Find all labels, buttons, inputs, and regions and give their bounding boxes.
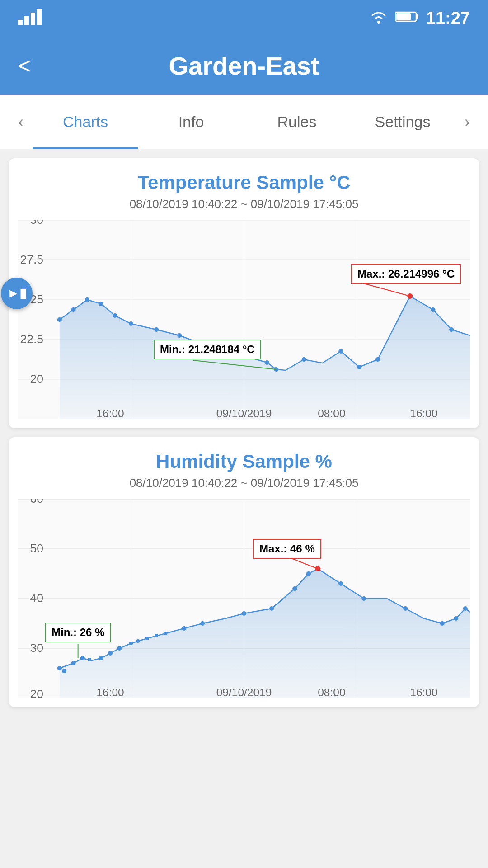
svg-point-61 xyxy=(88,658,91,661)
svg-text:27.5: 27.5 xyxy=(20,253,44,266)
tab-settings[interactable]: Settings xyxy=(350,95,455,149)
svg-text:09/10/2019: 09/10/2019 xyxy=(216,686,272,698)
svg-rect-6 xyxy=(416,14,418,19)
back-button[interactable]: < xyxy=(18,53,31,78)
temperature-chart-title: Temperature Sample °C xyxy=(18,172,470,193)
time-display: 11:27 xyxy=(426,9,470,28)
svg-point-57 xyxy=(57,666,62,670)
svg-text:60: 60 xyxy=(30,499,43,505)
tabs-container: Charts Info Rules Settings xyxy=(33,95,455,149)
svg-text:08:00: 08:00 xyxy=(318,686,345,698)
humidity-date-range: 08/10/2019 10:40:22 ~ 09/10/2019 17:45:0… xyxy=(18,476,470,490)
svg-text:20: 20 xyxy=(30,687,43,698)
temperature-chart-area: 30 27.5 25 22.5 20 16:00 09/10/2019 08:0… xyxy=(18,220,470,419)
svg-point-23 xyxy=(129,321,133,326)
svg-text:16:00: 16:00 xyxy=(96,686,124,698)
temperature-chart-card: ►▮ Temperature Sample °C 08/10/2019 10:4… xyxy=(9,158,479,428)
svg-text:20: 20 xyxy=(30,372,43,386)
svg-point-70 xyxy=(182,626,186,631)
signal-icon xyxy=(18,7,45,29)
fast-forward-button[interactable]: ►▮ xyxy=(1,278,33,309)
svg-text:16:00: 16:00 xyxy=(410,407,437,419)
svg-point-35 xyxy=(431,307,435,312)
svg-point-68 xyxy=(155,634,158,637)
svg-point-71 xyxy=(200,621,205,626)
svg-point-67 xyxy=(145,637,149,640)
svg-text:30: 30 xyxy=(30,641,43,655)
svg-point-65 xyxy=(129,642,133,645)
svg-text:16:00: 16:00 xyxy=(96,407,124,419)
svg-point-62 xyxy=(99,656,103,660)
svg-text:09/10/2019: 09/10/2019 xyxy=(216,407,272,419)
temperature-date-range: 08/10/2019 10:40:22 ~ 09/10/2019 17:45:0… xyxy=(18,197,470,211)
svg-point-60 xyxy=(80,656,85,660)
svg-text:22.5: 22.5 xyxy=(20,332,44,346)
temperature-max-label: Max.: 26.214996 °C xyxy=(351,264,461,284)
tab-bar: ‹ Charts Info Rules Settings › xyxy=(0,95,488,149)
svg-point-77 xyxy=(338,581,343,586)
humidity-chart-card: Humidity Sample % 08/10/2019 10:40:22 ~ … xyxy=(9,437,479,707)
svg-rect-3 xyxy=(37,9,42,25)
svg-point-20 xyxy=(85,297,89,302)
wifi-icon xyxy=(369,9,388,27)
svg-point-58 xyxy=(62,669,66,673)
svg-rect-7 xyxy=(396,13,411,20)
temperature-min-label: Min.: 21.248184 °C xyxy=(154,340,261,359)
tab-charts[interactable]: Charts xyxy=(33,95,138,149)
svg-point-32 xyxy=(357,365,361,369)
svg-point-59 xyxy=(71,661,75,665)
svg-rect-1 xyxy=(24,16,29,25)
svg-text:08:00: 08:00 xyxy=(318,407,345,419)
svg-text:40: 40 xyxy=(30,591,43,605)
tab-right-arrow[interactable]: › xyxy=(455,113,479,132)
svg-point-19 xyxy=(71,307,75,312)
svg-point-81 xyxy=(454,616,458,621)
humidity-chart-area: 60 50 40 30 20 16:00 09/10/2019 08:00 16… xyxy=(18,499,470,698)
svg-point-78 xyxy=(361,596,366,601)
svg-point-25 xyxy=(177,333,182,338)
tab-rules[interactable]: Rules xyxy=(244,95,350,149)
svg-point-66 xyxy=(136,639,140,643)
status-bar: 11:27 xyxy=(0,0,488,36)
svg-point-18 xyxy=(57,317,62,322)
svg-point-79 xyxy=(403,606,408,611)
svg-point-69 xyxy=(164,632,167,635)
svg-rect-2 xyxy=(31,13,35,25)
svg-point-73 xyxy=(269,606,274,611)
tab-info[interactable]: Info xyxy=(138,95,244,149)
page-title: Garden-East xyxy=(169,51,319,80)
content-area: ►▮ Temperature Sample °C 08/10/2019 10:4… xyxy=(0,149,488,716)
svg-point-30 xyxy=(302,357,306,362)
humidity-min-label: Min.: 26 % xyxy=(45,623,111,642)
svg-point-28 xyxy=(265,360,269,365)
humidity-max-label: Max.: 46 % xyxy=(253,539,321,559)
svg-point-82 xyxy=(463,606,468,611)
svg-text:30: 30 xyxy=(30,220,43,226)
svg-point-36 xyxy=(449,327,454,332)
tab-left-arrow[interactable]: ‹ xyxy=(9,113,33,132)
svg-point-64 xyxy=(117,646,122,651)
svg-point-80 xyxy=(440,621,445,626)
battery-icon xyxy=(395,10,419,27)
svg-point-63 xyxy=(108,651,113,656)
svg-point-21 xyxy=(99,302,103,306)
svg-point-75 xyxy=(306,571,311,576)
svg-rect-0 xyxy=(18,20,23,25)
svg-point-4 xyxy=(377,21,380,24)
svg-text:50: 50 xyxy=(30,542,43,555)
svg-point-24 xyxy=(154,327,159,332)
svg-point-22 xyxy=(113,313,117,318)
svg-point-72 xyxy=(242,611,246,616)
header: < Garden-East xyxy=(0,36,488,95)
svg-point-31 xyxy=(338,349,343,354)
status-right: 11:27 xyxy=(369,9,470,28)
svg-point-74 xyxy=(292,586,297,591)
svg-point-33 xyxy=(375,357,380,362)
svg-text:16:00: 16:00 xyxy=(410,686,437,698)
humidity-chart-title: Humidity Sample % xyxy=(18,451,470,472)
